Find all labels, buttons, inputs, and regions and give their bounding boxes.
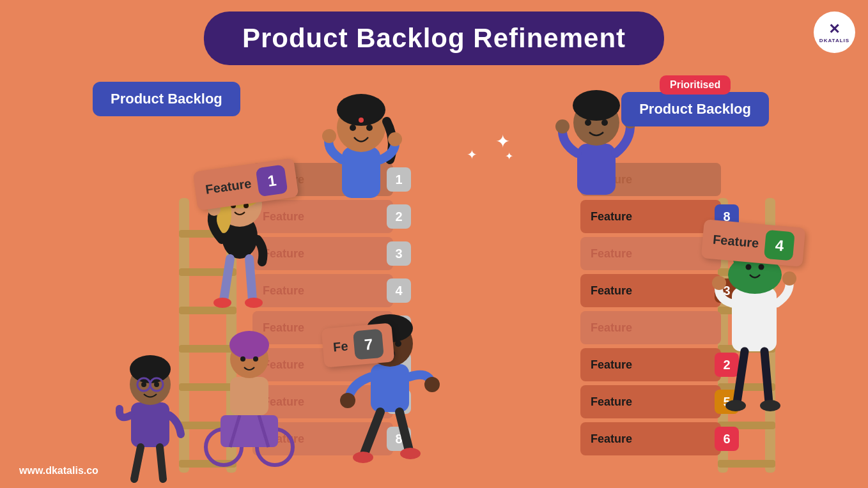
svg-point-34 xyxy=(388,132,402,146)
svg-point-66 xyxy=(141,382,146,387)
svg-point-38 xyxy=(585,119,591,126)
svg-point-62 xyxy=(130,355,171,383)
svg-point-57 xyxy=(229,331,269,359)
svg-rect-27 xyxy=(342,147,380,198)
floating-card-7: Fe 7 xyxy=(322,323,395,367)
character-boy-child-left xyxy=(105,339,195,485)
card-1-text: Feature xyxy=(205,176,252,197)
feature-text: Feature xyxy=(591,358,632,372)
right-table-row-3: Feature xyxy=(580,237,721,270)
prioritised-bottom-label: Product Backlog xyxy=(621,92,769,126)
svg-point-49 xyxy=(424,377,440,392)
card-1-badge: 1 xyxy=(256,164,288,197)
svg-point-73 xyxy=(759,264,764,270)
svg-point-75 xyxy=(782,271,796,286)
svg-point-72 xyxy=(746,264,752,270)
feature-text: Feature xyxy=(591,395,632,409)
sparkle-3: ✦ xyxy=(505,150,513,162)
right-table-row-7: Feature 5 xyxy=(580,385,721,418)
svg-point-74 xyxy=(712,276,726,290)
product-backlog-label: Product Backlog xyxy=(93,82,240,116)
feature-text: Feature xyxy=(591,247,632,261)
feature-text: Feature xyxy=(591,321,632,335)
number-badge-3: 3 xyxy=(387,241,411,266)
prioritised-backlog-label: Prioritised Product Backlog xyxy=(621,75,769,126)
right-table-row-8: Feature 6 xyxy=(580,422,721,455)
card-7-badge: 7 xyxy=(353,329,384,360)
svg-rect-54 xyxy=(221,415,278,447)
svg-point-39 xyxy=(601,119,608,126)
svg-point-46 xyxy=(395,340,401,347)
character-girl-wheelchair xyxy=(198,313,300,473)
svg-point-51 xyxy=(400,448,421,459)
svg-point-37 xyxy=(573,90,620,121)
svg-rect-17 xyxy=(718,460,775,468)
svg-point-30 xyxy=(359,118,364,123)
svg-point-25 xyxy=(213,298,231,308)
svg-point-31 xyxy=(350,125,356,131)
svg-point-76 xyxy=(725,400,746,411)
svg-point-67 xyxy=(154,382,159,387)
page-title: Product Backlog Refinement xyxy=(242,23,626,53)
card-4-badge: 4 xyxy=(764,230,795,261)
svg-point-50 xyxy=(353,452,373,463)
logo-symbol: ✕ xyxy=(819,21,849,38)
right-table-row-4: Feature 3 xyxy=(580,274,721,307)
svg-point-32 xyxy=(366,125,373,131)
card-7-text: Fe xyxy=(332,339,348,355)
svg-point-77 xyxy=(760,400,780,411)
sparkle-2: ✦ xyxy=(495,131,510,152)
number-badge-4: 4 xyxy=(387,278,411,303)
svg-rect-35 xyxy=(577,144,616,195)
svg-point-40 xyxy=(555,119,570,133)
prioritised-top-label: Prioritised xyxy=(660,75,731,95)
sparkle-1: ✦ xyxy=(467,147,477,162)
right-table-row-5: Feature xyxy=(580,311,721,344)
svg-point-58 xyxy=(240,356,245,362)
title-container: Product Backlog Refinement xyxy=(204,11,664,65)
svg-point-26 xyxy=(245,298,263,308)
card-4-text: Feature xyxy=(712,232,759,250)
svg-rect-42 xyxy=(371,364,409,412)
feature-text: Feature xyxy=(591,432,632,446)
svg-point-59 xyxy=(253,356,258,362)
character-girl-top-center xyxy=(307,77,415,236)
svg-rect-68 xyxy=(732,287,777,351)
feature-text: Feature xyxy=(591,284,632,298)
svg-rect-55 xyxy=(230,377,268,415)
right-table-row-6: Feature 2 xyxy=(580,348,721,381)
svg-rect-60 xyxy=(131,402,169,447)
logo-brand: DKATALIS xyxy=(819,38,849,44)
logo: ✕ DKATALIS xyxy=(814,11,855,53)
svg-point-48 xyxy=(340,393,355,408)
footer-url: www.dkatalis.co xyxy=(19,465,98,477)
svg-point-33 xyxy=(322,129,336,143)
